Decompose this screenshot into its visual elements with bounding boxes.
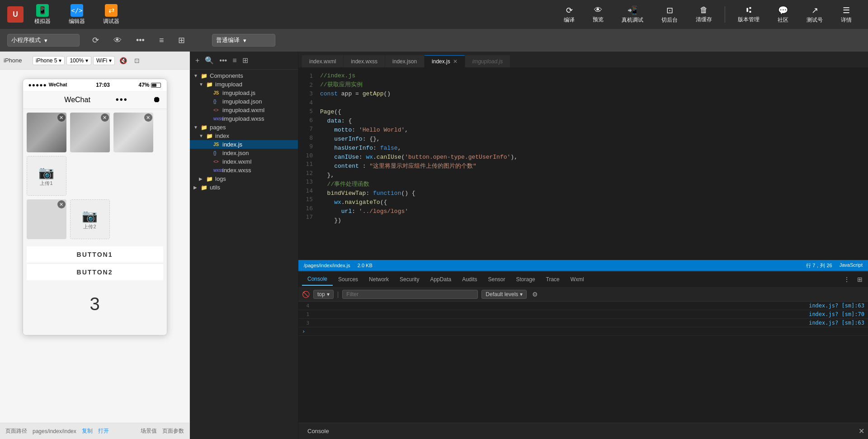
devtools-tab-trace[interactable]: Trace [541,274,565,285]
upload-thumb-2: ✕ [70,113,110,152]
upload-add-2[interactable]: 📷 上传2 [70,199,110,239]
devtools-more-btn[interactable]: ⋮ [842,274,852,285]
code-area[interactable]: //index.js //获取应用实例 const app = getApp()… [316,68,868,260]
upload-add-1[interactable]: 📷 上传1 [27,156,66,196]
add-file-btn[interactable]: + [193,55,201,66]
more-file-btn[interactable]: ••• [217,55,229,66]
preview-btn[interactable]: 👁 预览 [584,3,613,26]
tab-index-wxml[interactable]: index.wxml [302,55,343,67]
battery-pct: 47% [138,82,149,88]
search-file-btn[interactable]: 🔍 [203,54,216,66]
close-tab-btn[interactable]: ✕ [453,58,458,65]
wechat-header: WeChat ••• ⏺ [23,91,167,109]
split-btn[interactable]: ⊞ [176,33,187,47]
zoom-select[interactable]: 100% ▾ [66,56,91,65]
list-btn[interactable]: ≡ [157,34,166,47]
devtools-tab-sensor[interactable]: Sensor [483,274,511,285]
devtools-tab-wxml[interactable]: Wxml [565,274,590,285]
mode-select[interactable]: 小程序模式 ▾ [7,34,80,47]
tab-imgupload-js[interactable]: imgupload.js [465,55,510,67]
scene-btn[interactable]: 场景值 [141,427,157,435]
open-btn[interactable]: 打开 [98,427,109,435]
remove-thumb-1[interactable]: ✕ [57,113,66,122]
context-select[interactable]: top ▾ [313,290,334,299]
refresh-btn[interactable]: ⟳ [90,33,101,47]
remove-thumb-2[interactable]: ✕ [101,113,109,122]
tree-item-index-json[interactable]: {} index.json [190,149,298,157]
network-select[interactable]: WiFi ▾ [93,56,115,65]
devtools-tab-sources[interactable]: Sources [333,274,363,285]
record-btn[interactable]: ⏺ [153,95,161,104]
cut-backend-btn[interactable]: ⊡ 切后台 [652,3,687,27]
iphone-body: ✕ ✕ ✕ [23,109,167,335]
code-line-9: hasUserInfo: false, [320,144,864,153]
console-source-2[interactable]: index.js? [sm]:70 [809,311,864,317]
tab-index-json[interactable]: index.json [385,55,424,67]
count-display: 3 [23,285,167,323]
upload-label-1: 上传1 [40,180,52,187]
console-settings-btn[interactable]: ⚙ [530,289,540,300]
community-btn[interactable]: 💬 社区 [769,3,797,27]
editor-panel: index.wxml index.wxss index.json index.j… [298,52,868,439]
tree-item-utils[interactable]: ▶ 📁 utils [190,183,298,192]
editor-btn[interactable]: </> 编辑器 [61,1,92,28]
eye-btn[interactable]: 👁 [112,34,123,47]
devtools-tab-security[interactable]: Security [394,274,425,285]
simulator-btn[interactable]: 📱 模拟器 [27,1,58,28]
real-machine-btn[interactable]: 📲 真机调试 [613,3,652,27]
path-bar: 页面路径 pages/index/index 复制 打开 场景值 页面参数 [0,423,189,439]
battery-bar [151,83,161,88]
compile-select[interactable]: 普通编译 ▾ [212,34,275,47]
compile-btn[interactable]: ⟳ 编译 [555,3,584,27]
more-btn[interactable]: ••• [134,34,146,47]
details-btn[interactable]: ☰ 详情 [832,3,861,27]
iphone-button1[interactable]: BUTTON1 [27,246,163,263]
tree-item-imgupload-folder[interactable]: ▼ 📁 imgupload [190,80,298,89]
filter-btn[interactable]: ≡ [231,55,238,66]
debugger-btn[interactable]: ⇄ 调试器 [96,1,127,28]
console-row-3: 3 index.js? [sm]:63 [298,319,868,327]
user-avatar[interactable]: U [7,6,24,23]
console-tab-btn[interactable]: Console [302,426,335,436]
tree-item-pages[interactable]: ▼ 📁 pages [190,123,298,132]
tree-item-logs[interactable]: ▶ 📁 logs [190,175,298,183]
code-line-3: const app = getApp() [320,90,864,99]
console-filter-input[interactable] [342,290,478,299]
page-params-btn[interactable]: 页面参数 [162,427,184,435]
test-btn[interactable]: ↗ 测试号 [797,3,832,27]
device-select[interactable]: iPhone 5 ▾ [33,56,65,65]
rotate-btn[interactable]: ⊡ [132,56,142,66]
button-section: BUTTON1 BUTTON2 [23,243,167,285]
tree-item-index-wxml[interactable]: <> index.wxml [190,157,298,166]
remove-thumb-3[interactable]: ✕ [144,113,152,122]
code-line-13: //事件处理函数 [320,180,864,189]
sort-btn[interactable]: ⊞ [241,54,250,66]
devtools-expand-btn[interactable]: ⊞ [855,274,864,285]
levels-select[interactable]: Default levels ▾ [481,290,527,299]
devtools-tab-appdata[interactable]: AppData [425,274,457,285]
tree-item-index-js[interactable]: JS index.js [190,140,298,149]
tree-item-index-folder[interactable]: ▼ 📁 index [190,132,298,140]
copy-btn[interactable]: 复制 [82,427,93,435]
tree-item-imgupload-json[interactable]: {} imgupload.json [190,97,298,106]
wechat-menu[interactable]: ••• [116,94,128,105]
version-mgmt-btn[interactable]: ⑆ 版本管理 [729,3,769,26]
tree-item-components[interactable]: ▼ 📁 Components [190,71,298,80]
devtools-tab-console[interactable]: Console [302,273,333,286]
console-source-1[interactable]: index.js? [sm]:63 [809,302,864,309]
sound-btn[interactable]: 🔇 [117,56,130,66]
devtools-tab-audits[interactable]: Audits [457,274,482,285]
remove-thumb-4[interactable]: ✕ [57,200,66,208]
tree-item-imgupload-js[interactable]: JS imgupload.js [190,89,298,97]
tree-item-imgupload-wxss[interactable]: wxss imgupload.wxss [190,114,298,123]
tab-index-js[interactable]: index.js ✕ [425,55,465,67]
tree-item-index-wxss[interactable]: wxss index.wxss [190,166,298,175]
clear-cache-btn[interactable]: 🗑 清缓存 [687,3,721,26]
tab-index-wxss[interactable]: index.wxss [344,55,385,67]
tree-item-imgupload-wxml[interactable]: <> imgupload.wxml [190,106,298,114]
devtools-tab-network[interactable]: Network [363,274,394,285]
console-close-btn[interactable]: ✕ [859,427,864,435]
devtools-tab-storage[interactable]: Storage [511,274,541,285]
console-source-3[interactable]: index.js? [sm]:63 [809,320,864,326]
iphone-button2[interactable]: BUTTON2 [27,264,163,280]
